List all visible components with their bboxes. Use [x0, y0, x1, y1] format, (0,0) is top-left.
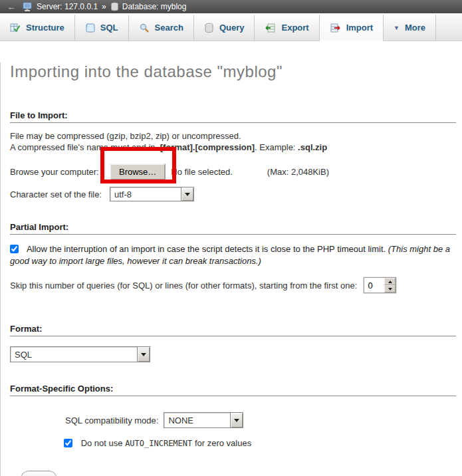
tab-import[interactable]: Import	[320, 15, 384, 41]
breadcrumb-server[interactable]: Server: 127.0.0.1	[23, 2, 98, 12]
tab-structure-label: Structure	[26, 23, 64, 33]
section-heading-file-to-import: File to Import:	[10, 110, 456, 123]
charset-row: Character set of the file: utf-8	[10, 186, 459, 202]
allow-interruption-text: Allow the interruption of an import in c…	[27, 244, 388, 254]
compression-line1: File may be compressed (gzip, bzip2, zip…	[10, 131, 241, 141]
section-heading-partial-import: Partial Import:	[10, 222, 456, 235]
browse-button[interactable]: Browse…	[110, 164, 166, 180]
format-dropdown-arrow-icon[interactable]	[137, 347, 150, 362]
tab-bar: Structure SQL Search Query Export Import…	[0, 15, 462, 41]
browse-row: Browse your computer: Browse… No file se…	[10, 163, 459, 180]
breadcrumb-database-label: Database: myblog	[122, 2, 187, 11]
tab-sql[interactable]: SQL	[75, 15, 129, 41]
max-size-text: (Max: 2,048KiB)	[267, 167, 329, 177]
skip-queries-input[interactable]	[364, 278, 384, 293]
structure-icon	[10, 23, 21, 33]
skip-queries-row: Skip this number of queries (for SQL) or…	[10, 277, 459, 293]
auto-increment-checkbox[interactable]	[64, 439, 72, 447]
allow-interruption-row: Allow the interruption of an import in c…	[10, 243, 457, 267]
tab-export-label: Export	[281, 23, 308, 33]
skip-queries-spinner	[364, 277, 396, 293]
server-icon	[23, 2, 33, 12]
main-content: Importing into the database "myblog" Fil…	[0, 62, 462, 476]
chevron-down-icon: ▼	[394, 25, 400, 31]
format-row: SQL	[10, 346, 459, 362]
charset-select[interactable]: utf-8	[110, 187, 194, 201]
tab-query[interactable]: Query	[194, 15, 255, 41]
tab-more-label: More	[405, 23, 425, 33]
compression-line2-prefix: A compressed file's name must end in	[10, 142, 158, 152]
skip-queries-label: Skip this number of queries (for SQL) or…	[10, 281, 357, 291]
breadcrumb-database[interactable]: Database: myblog	[110, 2, 187, 11]
spinner-down-button[interactable]	[384, 285, 396, 293]
search-icon	[139, 23, 150, 33]
page-title: Importing into the database "myblog"	[10, 62, 459, 81]
section-heading-format-specific-options: Format-Specific Options:	[10, 384, 456, 396]
compression-format-pattern: .[format].[compression]	[158, 142, 255, 152]
breadcrumb-separator: »	[102, 2, 106, 11]
sql-compatibility-select[interactable]: NONE	[164, 412, 243, 428]
back-arrow-icon[interactable]: ←	[4, 2, 19, 12]
sql-compatibility-row: SQL compatibility mode: NONE	[10, 412, 459, 428]
format-select[interactable]: SQL	[10, 346, 150, 362]
tab-search-label: Search	[155, 23, 183, 33]
tab-structure[interactable]: Structure	[0, 15, 75, 41]
format-select-value: SQL	[11, 347, 137, 362]
section-heading-format: Format:	[10, 324, 456, 336]
query-icon	[204, 23, 214, 33]
auto-increment-row: Do not use AUTO_INCREMENT for zero value…	[10, 438, 459, 448]
charset-label: Character set of the file:	[10, 189, 110, 199]
compression-help-text: File may be compressed (gzip, bzip2, zip…	[10, 130, 459, 153]
tab-more[interactable]: ▼ More	[384, 15, 436, 41]
compression-example: .sql.zip	[298, 142, 327, 152]
tab-sql-label: SQL	[100, 23, 118, 33]
sql-compatibility-label: SQL compatibility mode:	[65, 416, 158, 425]
import-icon	[330, 23, 341, 33]
auto-increment-text-prefix: Do not use	[81, 438, 126, 448]
spinner-up-button[interactable]	[384, 278, 396, 285]
tab-bar-filler	[436, 15, 462, 41]
auto-increment-text-suffix: for zero values	[192, 438, 251, 448]
charset-dropdown-arrow-icon[interactable]	[181, 187, 193, 201]
no-file-selected-text: No file selected.	[171, 167, 233, 177]
tab-search[interactable]: Search	[129, 15, 194, 41]
allow-interruption-checkbox[interactable]	[10, 245, 19, 253]
sql-icon	[85, 23, 95, 33]
breadcrumb-server-label: Server: 127.0.0.1	[37, 2, 98, 11]
go-button[interactable]: Go	[21, 471, 57, 476]
auto-increment-code: AUTO_INCREMENT	[125, 439, 192, 448]
tab-query-label: Query	[219, 23, 245, 33]
tab-export[interactable]: Export	[255, 15, 319, 41]
compat-dropdown-arrow-icon[interactable]	[230, 413, 243, 427]
database-icon	[110, 2, 119, 11]
browse-label: Browse your computer:	[10, 167, 110, 177]
tab-import-label: Import	[346, 23, 373, 33]
charset-select-value: utf-8	[110, 187, 181, 201]
compression-line2-mid: . Example:	[255, 142, 298, 152]
sql-compatibility-value: NONE	[164, 413, 230, 427]
export-icon	[265, 23, 276, 33]
breadcrumb: ← Server: 127.0.0.1 » Database: myblog	[0, 0, 462, 13]
